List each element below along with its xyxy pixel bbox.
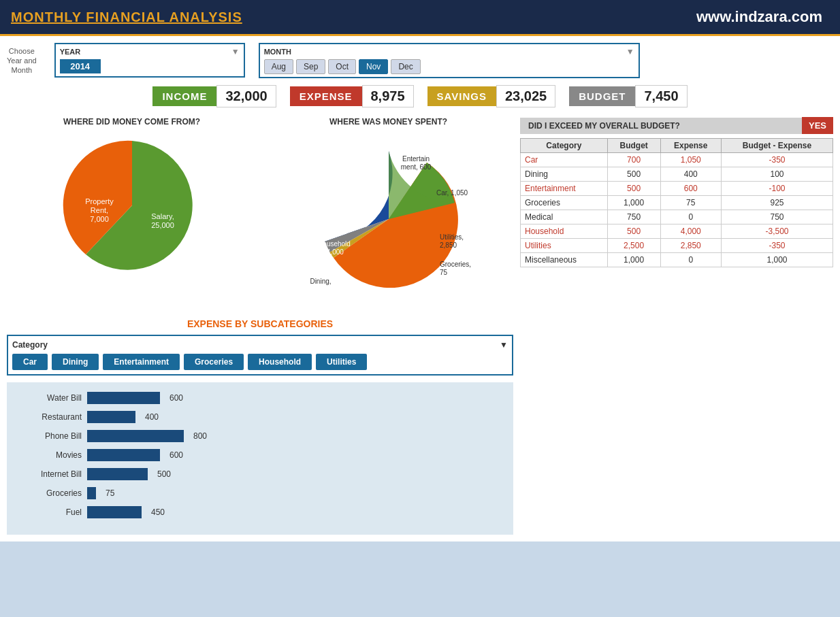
year-value[interactable]: 2014 bbox=[60, 59, 101, 73]
budget-row-category: Car bbox=[521, 153, 608, 167]
summary-row: INCOME 32,000 EXPENSE 8,975 SAVINGS 23,0… bbox=[7, 85, 833, 107]
bar-row: Water Bill600 bbox=[20, 392, 500, 404]
budget-row-expense: 400 bbox=[660, 167, 721, 182]
month-oct[interactable]: Oct bbox=[328, 59, 356, 74]
entertainment-label2: ment, 600 bbox=[400, 163, 431, 171]
budget-row-diff: 750 bbox=[721, 210, 833, 224]
budget-answer: YES bbox=[802, 117, 833, 134]
subcategory-buttons: CarDiningEntertainmentGroceriesHousehold… bbox=[12, 354, 508, 370]
budget-table: Category Budget Expense Budget - Expense… bbox=[520, 138, 833, 267]
budget-row-budget: 500 bbox=[607, 167, 660, 182]
budget-label: BUDGET bbox=[569, 86, 635, 106]
col-expense: Expense bbox=[660, 139, 721, 153]
app-title: MONTHLY FINANCIAL ANALYSIS bbox=[11, 10, 242, 25]
selectors-row: ChooseYear andMonth YEAR ▼ 2014 MONTH ▼ … bbox=[7, 43, 833, 78]
income-value: 32,000 bbox=[216, 85, 276, 107]
subcat-btn-entertainment[interactable]: Entertainment bbox=[103, 354, 180, 370]
budget-question: DID I EXCEED MY OVERALL BUDGET? bbox=[520, 118, 802, 134]
month-buttons: Aug Sep Oct Nov Dec bbox=[264, 59, 634, 74]
subcat-btn-groceries[interactable]: Groceries bbox=[184, 354, 244, 370]
rent-value: 7,000 bbox=[90, 215, 109, 223]
bar-value: 600 bbox=[169, 393, 183, 403]
budget-row-diff: -350 bbox=[721, 239, 833, 253]
household-value: ,4,000 bbox=[325, 248, 344, 256]
month-nov[interactable]: Nov bbox=[359, 59, 388, 74]
budget-row-category: Dining bbox=[521, 167, 608, 182]
bar-label: Internet Bill bbox=[20, 469, 82, 479]
budget-row-category: Household bbox=[521, 224, 608, 239]
bar-row: Movies600 bbox=[20, 449, 500, 461]
budget-row-expense: 75 bbox=[660, 196, 721, 210]
subcat-btn-car[interactable]: Car bbox=[12, 354, 48, 370]
year-filter-icon[interactable]: ▼ bbox=[231, 47, 240, 56]
savings-card: SAVINGS 23,025 bbox=[427, 85, 556, 107]
budget-row-expense: 600 bbox=[660, 182, 721, 196]
table-row: Groceries1,00075925 bbox=[521, 196, 833, 210]
budget-header: DID I EXCEED MY OVERALL BUDGET? YES bbox=[520, 117, 833, 134]
utilities-value: 2,850 bbox=[440, 241, 457, 249]
expense-chart: WHERE WAS MONEY SPENT? bbox=[263, 117, 513, 310]
budget-card: BUDGET 7,450 bbox=[569, 85, 687, 107]
bar-row: Restaurant400 bbox=[20, 411, 500, 423]
subcat-btn-dining[interactable]: Dining bbox=[52, 354, 99, 370]
budget-row-budget: 500 bbox=[607, 224, 660, 239]
header: MONTHLY FINANCIAL ANALYSIS www.indzara.c… bbox=[0, 0, 840, 36]
budget-row-diff: 100 bbox=[721, 167, 833, 182]
main-content: ChooseYear andMonth YEAR ▼ 2014 MONTH ▼ … bbox=[0, 36, 840, 541]
bar-value: 500 bbox=[157, 469, 171, 479]
bar-chart-section: Water Bill600Restaurant400Phone Bill800M… bbox=[7, 382, 513, 535]
expense-value: 8,975 bbox=[362, 85, 414, 107]
bar-label: Groceries bbox=[20, 488, 82, 498]
budget-row-budget: 1,000 bbox=[607, 253, 660, 267]
col-diff: Budget - Expense bbox=[721, 139, 833, 153]
table-row: Miscellaneous1,00001,000 bbox=[521, 253, 833, 267]
month-sep[interactable]: Sep bbox=[296, 59, 325, 74]
budget-row-diff: -100 bbox=[721, 182, 833, 196]
budget-row-category: Medical bbox=[521, 210, 608, 224]
col-category: Category bbox=[521, 139, 608, 153]
budget-row-diff: -3,500 bbox=[721, 224, 833, 239]
table-row: Dining500400100 bbox=[521, 167, 833, 182]
income-chart-title: WHERE DID MONEY COME FROM? bbox=[7, 117, 257, 127]
subcategories-section: Category ▼ CarDiningEntertainmentGroceri… bbox=[7, 335, 513, 376]
month-dec[interactable]: Dec bbox=[391, 59, 420, 74]
budget-row-expense: 4,000 bbox=[660, 224, 721, 239]
year-selector-box: YEAR ▼ 2014 bbox=[54, 43, 245, 78]
table-row: Entertainment500600-100 bbox=[521, 182, 833, 196]
subcat-filter-icon[interactable]: ▼ bbox=[500, 340, 508, 350]
bar-label: Restaurant bbox=[20, 412, 82, 422]
subcat-btn-household[interactable]: Household bbox=[248, 354, 312, 370]
rent-label2: Rent, bbox=[90, 206, 108, 214]
income-chart: WHERE DID MONEY COME FROM? Salary, 25,00… bbox=[7, 117, 257, 310]
bar-label: Water Bill bbox=[20, 393, 82, 403]
budget-row-category: Miscellaneous bbox=[521, 253, 608, 267]
budget-row-budget: 500 bbox=[607, 182, 660, 196]
budget-row-diff: -350 bbox=[721, 153, 833, 167]
month-filter-icon[interactable]: ▼ bbox=[626, 47, 634, 56]
budget-row-diff: 1,000 bbox=[721, 253, 833, 267]
income-label: INCOME bbox=[152, 86, 216, 106]
dining-label: Dining, bbox=[310, 278, 331, 285]
choose-label: ChooseYear andMonth bbox=[7, 46, 37, 76]
bar-fill bbox=[87, 411, 135, 423]
subcat-btn-utilities[interactable]: Utilities bbox=[316, 354, 367, 370]
bar-fill bbox=[87, 487, 96, 499]
bar-row: Fuel450 bbox=[20, 506, 500, 518]
charts-budget-row: WHERE DID MONEY COME FROM? Salary, 25,00… bbox=[7, 117, 833, 310]
subcategories-title: EXPENSE BY SUBCATEGORIES bbox=[7, 318, 513, 329]
expense-pie-group bbox=[325, 151, 458, 288]
bar-row: Internet Bill500 bbox=[20, 468, 500, 480]
salary-label: Salary, bbox=[151, 212, 174, 220]
budget-row-budget: 2,500 bbox=[607, 239, 660, 253]
lower-left: EXPENSE BY SUBCATEGORIES Category ▼ CarD… bbox=[7, 318, 513, 535]
household-label: Household bbox=[318, 240, 351, 248]
salary-value: 25,000 bbox=[151, 221, 174, 229]
month-aug[interactable]: Aug bbox=[264, 59, 293, 74]
month-selector-header: MONTH ▼ bbox=[264, 47, 634, 56]
bar-row: Groceries75 bbox=[20, 487, 500, 499]
table-row: Medical7500750 bbox=[521, 210, 833, 224]
expense-pie-svg: Entertain ment, 600 Car, 1,050 Utilities… bbox=[283, 131, 494, 307]
budget-value: 7,450 bbox=[635, 85, 687, 107]
bar-fill bbox=[87, 506, 142, 518]
col-budget: Budget bbox=[607, 139, 660, 153]
